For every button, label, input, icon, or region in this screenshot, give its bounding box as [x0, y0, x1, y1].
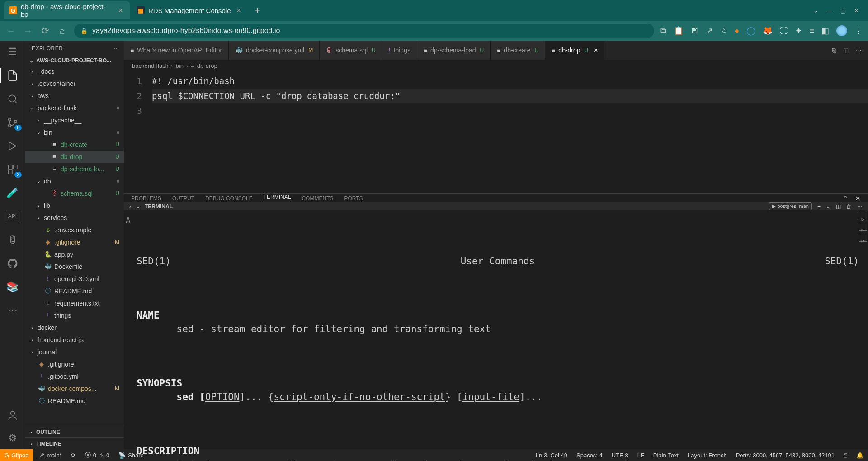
api-icon[interactable]: API [6, 210, 19, 223]
url-bar[interactable]: 🔒 yaya2devops-awscloudpro-hyb2s60indo.ws… [74, 24, 654, 38]
editor-tab[interactable]: !things [382, 41, 417, 60]
file-row[interactable]: ≡requirements.txt [25, 297, 124, 309]
account-icon[interactable] [6, 409, 19, 422]
folder-row[interactable]: ›__pycache__ [25, 114, 124, 126]
sync-item[interactable]: ⟳ [66, 452, 80, 459]
folder-row[interactable]: ⌄bin [25, 126, 124, 138]
browser-tab[interactable]: ▦ RDS Management Console × [131, 1, 248, 19]
explorer-icon[interactable] [6, 69, 19, 82]
refresh-button[interactable]: ⟳ [40, 25, 51, 36]
split-icon[interactable]: ◫ [843, 47, 849, 54]
chevron-down-icon[interactable]: ⌄ [826, 203, 830, 210]
chevron-right-icon[interactable]: › [129, 203, 131, 210]
outline-section[interactable]: › OUTLINE [25, 426, 124, 437]
chevron-down-icon[interactable]: ⌄ [136, 203, 140, 210]
forward-button[interactable]: → [23, 26, 33, 36]
split-icon[interactable]: ◫ [836, 203, 841, 210]
branch-item[interactable]: ⎇main* [33, 452, 66, 459]
more-icon[interactable]: ⋯ [112, 45, 118, 52]
panel-tab-debug-console[interactable]: DEBUG CONSOLE [205, 195, 253, 202]
file-row[interactable]: ◆.gitignore [25, 358, 124, 370]
database-icon[interactable]: 🛢 [6, 233, 19, 247]
chevron-up-icon[interactable]: ⌃ [843, 194, 849, 202]
editor-tab[interactable]: ≡db-createU [491, 41, 545, 60]
avatar[interactable] [836, 25, 847, 36]
install-icon[interactable]: ⧉ [660, 26, 666, 36]
folder-row[interactable]: ›aws [25, 89, 124, 102]
gear-icon[interactable]: ⚙ [6, 431, 19, 445]
panel-tab-terminal[interactable]: TERMINAL [264, 194, 291, 202]
folder-row[interactable]: ›docker [25, 321, 124, 334]
close-icon[interactable]: × [116, 6, 125, 15]
arrow-icon[interactable]: ▷ [859, 223, 867, 231]
problems-item[interactable]: ⓧ0 ⚠0 [80, 451, 114, 459]
arrow-icon[interactable]: ▷ [859, 212, 867, 220]
file-row[interactable]: ⓘREADME.md [25, 395, 124, 407]
gitpod-button[interactable]: GGitpod [0, 449, 33, 461]
terminal-output[interactable]: A ▷▷▷ SED(1)User CommandsSED(1) NAME sed… [124, 210, 868, 461]
arrow-icon[interactable]: ▷ [859, 234, 867, 242]
beaker-icon[interactable]: 🧪 [6, 186, 19, 200]
file-row[interactable]: ≡db-dropU [25, 151, 124, 163]
folder-row[interactable]: ›lib [25, 199, 124, 212]
home-button[interactable]: ⌂ [57, 26, 68, 36]
extension-icon[interactable]: ◯ [746, 26, 755, 36]
panel-tab-output[interactable]: OUTPUT [172, 195, 194, 202]
bookmark-icon[interactable]: ☆ [720, 26, 727, 36]
folder-row[interactable]: ›frontend-react-js [25, 334, 124, 346]
close-icon[interactable]: ✕ [855, 194, 861, 202]
folder-row[interactable]: ›services [25, 212, 124, 224]
clipboard-icon[interactable]: 📋 [674, 26, 684, 36]
chevron-down-icon[interactable]: ⌄ [813, 7, 818, 14]
minimize-icon[interactable]: — [826, 7, 832, 14]
file-row[interactable]: ◆.gitignoreM [25, 236, 124, 248]
file-row[interactable]: 🐳docker-compos...M [25, 382, 124, 395]
puzzle-icon[interactable]: ✦ [795, 26, 802, 36]
close-icon[interactable]: × [594, 47, 598, 54]
back-button[interactable]: ← [5, 26, 16, 36]
panel-tab-ports[interactable]: PORTS [344, 195, 363, 202]
file-row[interactable]: !openapi-3.0.yml [25, 273, 124, 285]
debug-icon[interactable] [6, 139, 19, 153]
file-row[interactable]: 🛢schema.sqlU [25, 187, 124, 199]
source-control-icon[interactable]: 6 [6, 116, 19, 129]
panel-tab-problems[interactable]: PROBLEMS [131, 195, 161, 202]
more-icon[interactable]: ⋯ [857, 203, 863, 210]
file-row[interactable]: ≡db-createU [25, 138, 124, 151]
editor-tab[interactable]: ≡What's new in OpenAPI Editor [124, 41, 229, 60]
extensions-icon[interactable]: 2 [6, 163, 19, 176]
folder-row[interactable]: ›journal [25, 346, 124, 358]
browser-tab-active[interactable]: G db-drop - aws-cloud-project-bo × [4, 1, 130, 19]
dot-icon[interactable]: ● [735, 26, 740, 36]
kebab-icon[interactable]: ⋮ [854, 26, 863, 36]
frame-icon[interactable]: ⛶ [780, 26, 788, 36]
trash-icon[interactable]: 🗑 [846, 203, 852, 210]
menu-icon[interactable]: ☰ [6, 45, 19, 59]
folder-row[interactable]: ⌄backend-flask [25, 102, 124, 114]
editor-tab[interactable]: ≡db-dropU× [545, 41, 604, 60]
editor-tab[interactable]: 🛢schema.sqlU [320, 41, 382, 60]
translate-icon[interactable]: 🖹 [691, 26, 699, 36]
file-row[interactable]: !things [25, 309, 124, 321]
panel-tab-comments[interactable]: COMMENTS [302, 195, 333, 202]
editor-tab[interactable]: 🐳docker-compose.ymlM [229, 41, 320, 60]
maximize-icon[interactable]: ▢ [840, 7, 846, 14]
file-row[interactable]: 🐳Dockerfile [25, 260, 124, 273]
breadcrumb[interactable]: backend-flask › bin › ≡ db-drop [124, 60, 868, 72]
folder-row[interactable]: ›.devcontainer [25, 77, 124, 89]
file-row[interactable]: !.gitpod.yml [25, 370, 124, 382]
metamask-icon[interactable]: 🦊 [763, 26, 773, 36]
github-icon[interactable] [6, 257, 19, 270]
file-row[interactable]: ⓘREADME.md [25, 285, 124, 297]
file-row[interactable]: ≡dp-schema-lo...U [25, 163, 124, 175]
file-row[interactable]: 🐍app.py [25, 248, 124, 260]
search-icon[interactable] [6, 92, 19, 106]
terminal-profile[interactable]: ▶ postgres: man [769, 202, 812, 210]
file-row[interactable]: $.env.example [25, 224, 124, 236]
ai-icon[interactable]: A [126, 214, 131, 227]
folder-row[interactable]: ⌄db [25, 175, 124, 187]
share-icon[interactable]: ↗ [706, 26, 713, 36]
more-icon[interactable]: ⋯ [856, 47, 862, 54]
layers-icon[interactable]: 📚 [6, 280, 19, 294]
diff-icon[interactable]: ⎘ [832, 47, 836, 54]
